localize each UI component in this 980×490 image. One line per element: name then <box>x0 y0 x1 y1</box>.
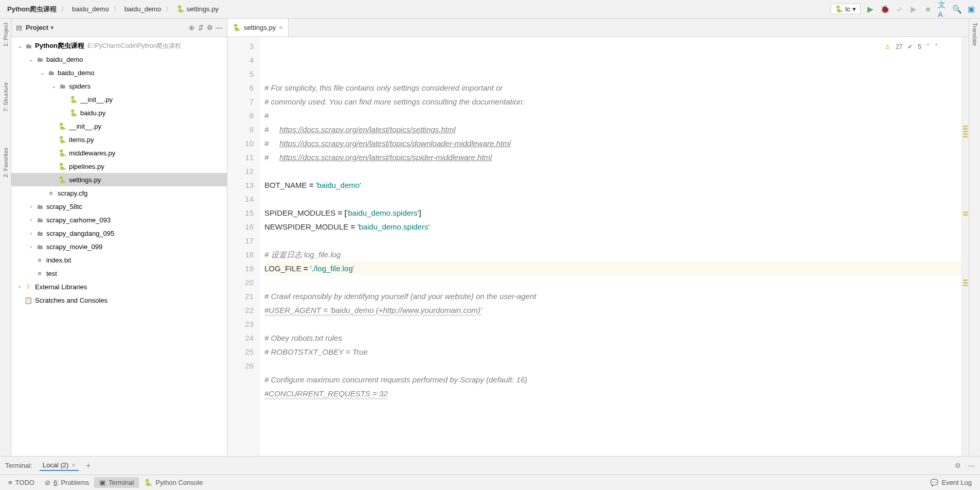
tree-row[interactable]: 🐍pipelines.py <box>11 160 227 173</box>
side-structure-label[interactable]: 7: Structure <box>3 82 9 112</box>
close-icon[interactable]: × <box>72 461 76 469</box>
ide-settings-icon[interactable]: ▣ <box>967 5 976 14</box>
tree-row[interactable]: ›🖿scrapy_dangdang_095 <box>11 226 227 240</box>
tree-label: scrapy_58tc <box>46 203 82 211</box>
breadcrumb-item[interactable]: 🐍 settings.py <box>173 4 222 14</box>
code-line[interactable] <box>264 234 961 248</box>
project-view-icon[interactable]: ▤ <box>14 24 24 31</box>
breadcrumb-sep: 〉 <box>113 5 120 14</box>
tree-row[interactable]: 🐍baidu.py <box>11 106 227 119</box>
status-tab-python-console[interactable]: 🐍Python Console <box>139 477 208 488</box>
breadcrumb: Python爬虫课程〉baidu_demo〉baidu_demo〉🐍 setti… <box>4 4 830 15</box>
code-line[interactable]: #USER_AGENT = 'baidu_demo (+http://www.y… <box>264 303 961 317</box>
code-line[interactable] <box>264 275 961 289</box>
coverage-icon[interactable]: ⤾ <box>895 5 904 14</box>
chevron-icon[interactable]: ⌄ <box>27 56 35 63</box>
code-line[interactable]: LOG_FILE = './log_file.log' <box>264 261 961 275</box>
tree-row[interactable]: ⌄🖿spiders <box>11 79 227 93</box>
chevron-icon[interactable]: › <box>27 230 35 236</box>
gear-icon[interactable]: ⚙ <box>955 462 961 469</box>
tree-row[interactable]: 🐍items.py <box>11 133 227 146</box>
tree-row[interactable]: ›⫴External Libraries <box>11 280 227 293</box>
hide-icon[interactable]: — <box>215 24 224 31</box>
code-line[interactable]: # ROBOTSTXT_OBEY = True <box>264 345 961 359</box>
tree-row[interactable]: ⌄🖿baidu_demo <box>11 66 227 79</box>
code-area[interactable]: ⚠27 ✔5 ˄ ˅ # For simplicity, this file c… <box>259 37 961 456</box>
tree-row[interactable]: ≡scrapy.cfg <box>11 186 227 200</box>
chevron-down-icon[interactable]: ▾ <box>50 24 54 31</box>
profile-icon[interactable]: ▶ <box>909 5 918 14</box>
code-line[interactable]: # https://docs.scrapy.org/en/latest/topi… <box>264 122 961 136</box>
file-icon: ≡ <box>46 189 56 197</box>
breadcrumb-item[interactable]: baidu_demo <box>121 4 165 14</box>
code-line[interactable]: SPIDER_MODULES = ['baidu_demo.spiders'] <box>264 206 961 220</box>
error-stripe[interactable] <box>961 37 969 456</box>
chevron-icon[interactable]: ⌄ <box>38 69 46 76</box>
tree-row[interactable]: ≡index.txt <box>11 253 227 267</box>
tree-row[interactable]: 🐍settings.py <box>11 173 227 186</box>
status-tab-todo[interactable]: ≡TODO <box>3 477 40 488</box>
tree-row[interactable]: ›🖿scrapy_movie_099 <box>11 240 227 253</box>
tree-label: Python爬虫课程 <box>35 41 84 50</box>
chevron-icon[interactable]: › <box>27 217 35 223</box>
breadcrumb-item[interactable]: baidu_demo <box>69 4 112 14</box>
event-log-button[interactable]: 💬 Event Log <box>925 477 977 488</box>
code-line[interactable]: # For simplicity, this file contains onl… <box>264 81 961 95</box>
tree-row[interactable]: ⌄🖿baidu_demo <box>11 52 227 66</box>
close-icon[interactable]: × <box>279 24 283 31</box>
chevron-icon[interactable]: › <box>15 284 24 290</box>
chevron-icon[interactable]: › <box>27 243 35 250</box>
terminal-label: Terminal: <box>5 462 32 469</box>
code-line[interactable]: # https://docs.scrapy.org/en/latest/topi… <box>264 150 961 164</box>
chevron-icon[interactable]: ⌄ <box>15 43 24 49</box>
collapse-icon[interactable]: ⇵ <box>196 24 205 31</box>
status-tab-terminal[interactable]: ▣Terminal <box>94 477 139 488</box>
status-tab--problems[interactable]: ⊘6: Problems <box>40 477 94 488</box>
code-line[interactable]: BOT_NAME = 'baidu_demo' <box>264 178 961 192</box>
hide-icon[interactable]: — <box>968 462 975 469</box>
code-line[interactable]: # Configure maximum concurrent requests … <box>264 373 961 387</box>
chevron-down-icon[interactable]: ˅ <box>935 40 938 54</box>
code-line[interactable] <box>264 164 961 178</box>
code-line[interactable]: # https://docs.scrapy.org/en/latest/topi… <box>264 136 961 150</box>
chevron-up-icon[interactable]: ˄ <box>926 40 930 54</box>
run-config-select[interactable]: 🐍 tc ▾ <box>830 4 861 14</box>
code-line[interactable]: # Obey robots.txt rules <box>264 331 961 345</box>
locate-icon[interactable]: ⊕ <box>187 24 196 31</box>
code-line[interactable]: #CONCURRENT_REQUESTS = 32 <box>264 387 961 400</box>
side-translate-label[interactable]: Translate <box>972 23 978 46</box>
tree-row[interactable]: 🐍middlewares.py <box>11 146 227 160</box>
tree-row[interactable]: 📋Scratches and Consoles <box>11 293 227 307</box>
translate-icon[interactable]: 文A <box>938 5 947 14</box>
code-line[interactable]: # Crawl responsibly by identifying yours… <box>264 289 961 303</box>
tree-row[interactable]: ⌄🖿Python爬虫课程E:\PyCharmCode\Python爬虫课程 <box>11 39 227 52</box>
code-line[interactable]: # commonly used. You can find more setti… <box>264 95 961 109</box>
tree-row[interactable]: ›🖿scrapy_58tc <box>11 200 227 213</box>
stop-icon[interactable]: ■ <box>923 5 933 14</box>
code-line[interactable]: # <box>264 109 961 122</box>
breadcrumb-item[interactable]: Python爬虫课程 <box>4 4 60 15</box>
tree-row[interactable]: ›🖿scrapy_carhome_093 <box>11 213 227 226</box>
code-line[interactable]: # 设置日志 log_file.log <box>264 248 961 261</box>
project-tree[interactable]: ⌄🖿Python爬虫课程E:\PyCharmCode\Python爬虫课程⌄🖿b… <box>11 37 227 456</box>
search-icon[interactable]: 🔍 <box>952 5 961 14</box>
chevron-icon[interactable]: ⌄ <box>49 83 58 90</box>
editor-tab-settings[interactable]: 🐍 settings.py × <box>227 19 289 37</box>
code-line[interactable]: NEWSPIDER_MODULE = 'baidu_demo.spiders' <box>264 220 961 234</box>
code-line[interactable] <box>264 317 961 331</box>
chevron-icon[interactable]: › <box>27 203 35 209</box>
add-terminal-icon[interactable]: + <box>86 461 91 470</box>
code-line[interactable] <box>264 192 961 206</box>
tree-row[interactable]: ≡test <box>11 267 227 280</box>
side-project-label[interactable]: 1: Project <box>3 23 9 46</box>
terminal-tab[interactable]: Local (2) × <box>40 460 79 471</box>
gear-icon[interactable]: ⚙ <box>205 24 215 31</box>
side-favorites-label[interactable]: 2: Favorites <box>3 148 9 177</box>
code-line[interactable] <box>264 359 961 373</box>
debug-icon[interactable]: 🐞 <box>880 5 889 14</box>
tree-row[interactable]: 🐍__init__.py <box>11 119 227 133</box>
run-icon[interactable]: ▶ <box>866 5 875 14</box>
inspections-widget[interactable]: ⚠27 ✔5 ˄ ˅ <box>885 40 938 54</box>
code-line[interactable] <box>264 400 961 414</box>
tree-row[interactable]: 🐍__init__.py <box>11 93 227 106</box>
